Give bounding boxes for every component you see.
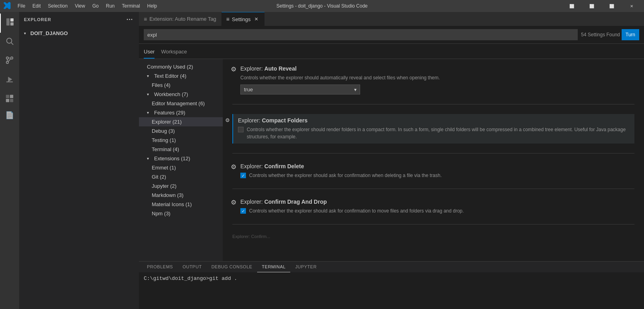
svg-line-4: [11, 43, 13, 45]
activity-item-run[interactable]: [0, 71, 19, 90]
settings-search-input[interactable]: [144, 29, 578, 40]
svg-rect-0: [6, 18, 10, 26]
nav-item-git[interactable]: Git (2): [139, 172, 223, 181]
nav-item-terminal-nav[interactable]: Terminal (4): [139, 145, 223, 154]
compact-folders-checkbox[interactable]: [238, 127, 244, 132]
settings-tab-user[interactable]: User: [144, 47, 155, 59]
setting-select-auto-reveal-wrapper[interactable]: true false focusNoScroll ▾: [240, 85, 360, 94]
project-name: DOIT_DJANGO: [30, 30, 68, 36]
activity-item-extensions[interactable]: [0, 90, 19, 109]
nav-item-features[interactable]: ▾ Features (29): [139, 108, 223, 117]
settings-result-count: 54 Settings Found: [581, 32, 620, 37]
title-bar: File Edit Selection View Go Run Terminal…: [0, 0, 644, 12]
sidebar: Explorer ··· ▾ DOIT_DJANGO: [19, 12, 139, 309]
separator-3: [232, 189, 634, 189]
setting-compact-folders: ⚙ Explorer: Compact Folders Controls whe…: [232, 114, 634, 144]
gear-icon-confirm-delete[interactable]: ⚙: [231, 163, 236, 171]
nav-item-jupyter[interactable]: Jupyter (2): [139, 181, 223, 191]
nav-item-testing[interactable]: Testing (1): [139, 136, 223, 145]
setting-group: ⚙ Explorer: Auto Reveal Controls whether…: [232, 65, 634, 246]
window-controls: ⬜ ⬜ ⬜ ✕: [563, 0, 641, 12]
tab-auto-rename-tag[interactable]: ≡ Extension: Auto Rename Tag: [139, 12, 222, 26]
nav-item-text-editor[interactable]: ▾ Text Editor (4): [139, 71, 223, 81]
nav-item-markdown[interactable]: Markdown (3): [139, 191, 223, 200]
settings-content: ⚙ Explorer: Auto Reveal Controls whether…: [223, 59, 644, 261]
nav-item-material-icons[interactable]: Material Icons (1): [139, 200, 223, 209]
terminal-content: C:\gitwd\doit_django>git add .: [144, 276, 237, 281]
menu-run[interactable]: Run: [103, 2, 118, 10]
nav-label-npm: Npm (3): [152, 211, 170, 216]
terminal-tabs-bar: PROBLEMS OUTPUT DEBUG CONSOLE TERMINAL J…: [139, 262, 644, 272]
nav-item-explorer[interactable]: Explorer (21): [139, 117, 223, 126]
nav-item-npm[interactable]: Npm (3): [139, 209, 223, 218]
maximize-button[interactable]: ⬜: [583, 0, 601, 12]
menu-file[interactable]: File: [14, 2, 28, 10]
terminal-tab-jupyter[interactable]: JUPYTER: [290, 262, 321, 272]
tab-settings[interactable]: ≡ Settings ✕: [222, 12, 265, 26]
tab-icon-settings: ≡: [226, 16, 230, 22]
setting-desc-compact-folders: Controls whether the explorer should ren…: [247, 126, 631, 140]
svg-point-3: [7, 38, 12, 43]
terminal-tab-problems[interactable]: PROBLEMS: [142, 262, 178, 272]
file-tree: ▾ DOIT_DJANGO: [19, 27, 139, 309]
nav-label-emmet: Emmet (1): [152, 165, 176, 171]
tab-close-settings[interactable]: ✕: [253, 16, 260, 22]
settings-tab-workspace[interactable]: Workspace: [161, 47, 187, 59]
menu-terminal[interactable]: Terminal: [119, 2, 143, 10]
gear-icon-compact-folders[interactable]: ⚙: [225, 117, 230, 123]
terminal-tab-debug-console[interactable]: DEBUG CONSOLE: [206, 262, 257, 272]
settings-panel: 54 Settings Found Turn User Workspace Co…: [139, 26, 644, 261]
nav-item-debug[interactable]: Debug (3): [139, 126, 223, 136]
separator-1: [232, 104, 634, 104]
nav-item-commonly-used[interactable]: Commonly Used (2): [139, 62, 223, 71]
menu-view[interactable]: View: [71, 2, 88, 10]
settings-turn-button[interactable]: Turn: [622, 29, 639, 40]
settings-tabs-bar: User Workspace: [139, 44, 644, 59]
nav-item-files[interactable]: Files (4): [139, 81, 223, 90]
settings-body: Commonly Used (2) ▾ Text Editor (4) File…: [139, 59, 644, 261]
close-button[interactable]: ✕: [622, 0, 641, 12]
activity-item-explorer[interactable]: [0, 14, 19, 33]
activity-item-source-control[interactable]: [0, 52, 19, 71]
setting-title-confirm-delete: Explorer: Confirm Delete: [240, 163, 634, 169]
setting-title-bold-compact-folders: Compact Folders: [262, 117, 307, 124]
split-button[interactable]: ⬜: [602, 0, 621, 12]
svg-rect-1: [10, 18, 14, 22]
confirm-delete-checkbox-row: ✓ Controls whether the explorer should a…: [240, 172, 634, 179]
nav-item-extensions[interactable]: ▾ Extensions (12): [139, 154, 223, 163]
minimize-button[interactable]: ⬜: [563, 0, 581, 12]
confirm-delete-checkbox[interactable]: ✓: [240, 173, 246, 178]
setting-title-confirm-drag-drop: Explorer: Confirm Drag And Drop: [240, 199, 634, 205]
svg-point-5: [6, 57, 9, 59]
separator-2: [232, 153, 634, 154]
activity-item-pages[interactable]: 📄: [0, 111, 19, 120]
gear-icon-confirm-drag-drop[interactable]: ⚙: [231, 199, 236, 206]
menu-help[interactable]: Help: [144, 2, 161, 10]
nav-item-workbench[interactable]: ▾ Workbench (7): [139, 90, 223, 99]
nav-arrow-workbench: ▾: [147, 92, 152, 96]
sidebar-more-button[interactable]: ···: [125, 15, 134, 24]
nav-item-editor-management[interactable]: Editor Management (6): [139, 99, 223, 108]
terminal-tab-terminal[interactable]: TERMINAL: [257, 262, 291, 272]
nav-item-emmet[interactable]: Emmet (1): [139, 163, 223, 172]
menu-edit[interactable]: Edit: [29, 2, 44, 10]
activity-item-search[interactable]: [0, 33, 19, 52]
menu-go[interactable]: Go: [89, 2, 102, 10]
setting-desc-confirm-drag-drop: Controls whether the explorer should ask…: [249, 207, 464, 215]
nav-label-git: Git (2): [152, 174, 166, 180]
tab-bar: ≡ Extension: Auto Rename Tag ≡ Settings …: [139, 12, 644, 26]
confirm-drag-drop-checkbox[interactable]: ✓: [240, 208, 246, 214]
nav-label-workbench: Workbench (7): [154, 91, 188, 97]
nav-label-explorer: Explorer (21): [152, 119, 182, 125]
svg-rect-2: [10, 22, 14, 26]
gear-icon-auto-reveal[interactable]: ⚙: [231, 65, 236, 73]
terminal-tab-output[interactable]: OUTPUT: [178, 262, 206, 272]
file-tree-root[interactable]: ▾ DOIT_DJANGO: [19, 29, 139, 37]
menu-selection[interactable]: Selection: [45, 2, 71, 10]
nav-label-features: Features (29): [154, 110, 185, 116]
run-icon: [5, 75, 14, 86]
sidebar-header: Explorer ···: [19, 12, 139, 27]
nav-label-testing: Testing (1): [152, 137, 176, 143]
setting-confirm-drag-drop: ⚙ Explorer: Confirm Drag And Drop ✓ Cont…: [232, 199, 634, 215]
setting-select-auto-reveal[interactable]: true false focusNoScroll: [244, 87, 357, 93]
